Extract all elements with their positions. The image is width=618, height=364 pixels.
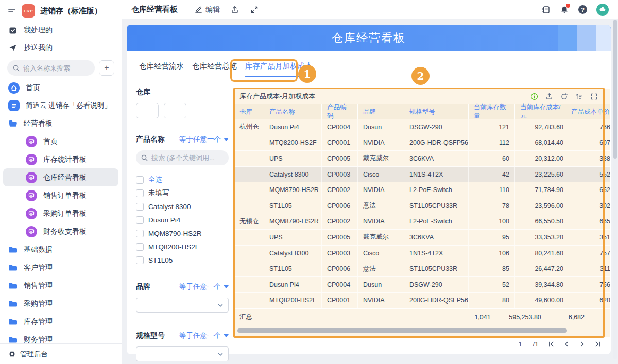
table-column-header[interactable]: 产品编码: [322, 104, 358, 119]
sidebar-dashboard-label: 财务收支看板: [43, 227, 87, 236]
checkbox[interactable]: [136, 203, 144, 211]
dashboard-tab[interactable]: 仓库经营流水: [138, 51, 185, 81]
sidebar-search-row: +: [0, 57, 122, 79]
expand-icon[interactable]: [590, 92, 598, 100]
product-option-label: 全选: [148, 175, 162, 184]
brand-condition-dropdown[interactable]: 等于任意一个: [179, 282, 229, 291]
refresh-icon[interactable]: [560, 92, 568, 100]
table-row[interactable]: UPS CP0005 戴克威尔 3C6KVA 95 33,353.20 351: [234, 230, 610, 246]
product-name-condition-dropdown[interactable]: 等于任意一个: [179, 135, 229, 144]
sort-settings-icon[interactable]: [575, 92, 583, 100]
checkbox[interactable]: [136, 230, 144, 237]
next-page-button[interactable]: [574, 338, 590, 350]
folder-icon: [8, 335, 18, 344]
table-column-header[interactable]: 产品名称: [264, 104, 322, 119]
checkbox[interactable]: [136, 216, 144, 224]
avatar[interactable]: [596, 4, 609, 16]
table-row[interactable]: UPS CP0005 戴克威尔 3C6KVA 60 20,312.00 338: [234, 151, 610, 167]
sidebar-item-guide[interactable]: 简道云 进销存「必看说明」: [0, 97, 122, 114]
export-icon[interactable]: [545, 92, 553, 100]
help-icon[interactable]: ?: [578, 5, 587, 14]
sidebar-dashboard-item[interactable]: 销售订单看板: [3, 186, 118, 204]
sidebar-dashboard-item[interactable]: 库存统计看板: [3, 150, 118, 168]
product-option[interactable]: Dusun Pi4: [136, 213, 229, 227]
sidebar-search-input[interactable]: [23, 64, 89, 72]
table-column-header[interactable]: 当前库存成本/元: [515, 104, 569, 119]
share-icon[interactable]: [230, 5, 239, 14]
sidebar-folder-item[interactable]: 库存管理: [0, 313, 122, 331]
product-search-input[interactable]: [151, 154, 224, 162]
product-search-box[interactable]: [136, 150, 229, 165]
product-option[interactable]: 全选: [136, 173, 229, 186]
first-page-button[interactable]: [543, 338, 559, 350]
horizontal-scrollbar-thumb[interactable]: [237, 328, 567, 333]
cell-warehouse: [234, 261, 264, 276]
table-row[interactable]: MQM8790-HS2R CP0002 NVIDIA L2-PoE-Switch…: [234, 182, 610, 198]
checkbox[interactable]: [136, 176, 144, 184]
sidebar-folder-item[interactable]: 采购管理: [0, 294, 122, 313]
sidebar-dashboard-item[interactable]: 首页: [3, 132, 118, 150]
cell-product-name: Catalyst 8300: [264, 246, 322, 261]
column-header-label: 规格型号: [409, 108, 435, 116]
checkbox[interactable]: [136, 243, 144, 251]
product-option[interactable]: 未填写: [136, 186, 229, 200]
contacts-icon[interactable]: [541, 5, 551, 14]
table-row[interactable]: Dusun Pi4 CP0004 Dusun DSGW-290 52 39,34…: [234, 277, 610, 293]
sidebar-item-my-tasks[interactable]: 我处理的: [0, 22, 122, 39]
cell-unit-cost: 620: [569, 293, 610, 308]
checkbox[interactable]: [136, 256, 144, 264]
sidebar-dashboard-item[interactable]: 财务收支看板: [3, 222, 118, 240]
cell-stock-cost: 66,550.50: [515, 214, 569, 230]
cell-unit-cost: 351: [569, 230, 610, 245]
sidebar-dashboard-item[interactable]: 仓库经营看板: [3, 168, 118, 186]
vertical-scrollbar-thumb[interactable]: [613, 20, 617, 159]
warehouse-button[interactable]: [164, 103, 186, 118]
product-option[interactable]: ST1L05: [136, 253, 229, 267]
table-column-header[interactable]: 规格型号: [404, 104, 469, 119]
edit-button[interactable]: 编辑: [195, 5, 220, 14]
product-option[interactable]: MQM8790-HS2R: [136, 227, 229, 240]
sidebar-dashboard-item[interactable]: 采购订单看板: [3, 204, 118, 222]
product-option[interactable]: Catalyst 8300: [136, 200, 229, 213]
product-option[interactable]: MTQ8200-HS2F: [136, 240, 229, 253]
sidebar-group-dashboards[interactable]: 经营看板: [0, 114, 122, 132]
prev-page-button[interactable]: [559, 338, 574, 350]
table-row[interactable]: ST1L05 CP0006 意法 ST1L05CPU33R 78 23,596.…: [234, 198, 610, 214]
last-page-button[interactable]: [590, 338, 605, 350]
table-row[interactable]: Catalyst 8300 CP0003 Cisco 1N1S-4T2X 106…: [234, 246, 610, 262]
warehouse-button[interactable]: [136, 103, 159, 118]
sidebar-item-cc-me[interactable]: 抄送我的: [0, 39, 122, 57]
info-icon[interactable]: [530, 92, 538, 100]
sidebar-folder-item[interactable]: 销售管理: [0, 276, 122, 294]
checkbox[interactable]: [136, 189, 144, 197]
sidebar-admin-backend[interactable]: 管理后台: [0, 343, 122, 364]
sidebar-search-box[interactable]: [7, 60, 95, 76]
vertical-scrollbar-track[interactable]: [613, 20, 617, 359]
sidebar-item-home[interactable]: 首页: [0, 79, 122, 97]
table-row[interactable]: MTQ8200-HS2F CP0001 NVIDIA 200G-HDR-QSFP…: [234, 293, 610, 309]
table-row[interactable]: 杭州仓 Dusun Pi4 CP0004 Dusun DSGW-290 121 …: [234, 119, 610, 135]
spec-condition-dropdown[interactable]: 等于任意一个: [179, 331, 229, 340]
page-number[interactable]: 1: [512, 338, 528, 350]
spec-select[interactable]: [136, 346, 229, 361]
sidebar-folder-item[interactable]: 财务管理: [0, 331, 122, 343]
dashboard-tab[interactable]: 仓库经营总览: [191, 51, 238, 81]
sidebar-folder-item[interactable]: 基础数据: [0, 240, 122, 258]
notification-bell-icon[interactable]: [560, 5, 569, 14]
table-column-header[interactable]: 品牌: [358, 104, 404, 119]
add-button[interactable]: +: [99, 60, 114, 76]
table-row[interactable]: 无锡仓 MQM8790-HS2R CP0002 NVIDIA L2-PoE-Sw…: [234, 214, 610, 230]
sidebar-folder-item[interactable]: 客户管理: [0, 258, 122, 276]
table-column-header[interactable]: 产品成本单价/元: [569, 104, 610, 119]
collapse-menu-icon[interactable]: [7, 6, 16, 15]
tabs-row: 仓库经营流水 仓库经营总览 库存产品月加权成本: [127, 51, 611, 81]
table-row[interactable]: Catalyst 8300 CP0003 Cisco 1N1S-4T2X 42 …: [234, 167, 610, 183]
table-row[interactable]: MTQ8200-HS2F CP0001 NVIDIA 200G-HDR-QSFP…: [234, 135, 610, 151]
table-column-header[interactable]: 当前库存数量: [469, 104, 515, 119]
table-column-header[interactable]: 仓库: [234, 104, 264, 119]
table-row[interactable]: ST1L05 CP0006 意法 ST1L05CPU33R 85 26,447.…: [234, 261, 610, 277]
brand-select[interactable]: [136, 298, 229, 313]
topbar-right: ?: [541, 4, 609, 16]
dashboard-icon: [26, 172, 37, 183]
fullscreen-icon[interactable]: [250, 5, 259, 14]
